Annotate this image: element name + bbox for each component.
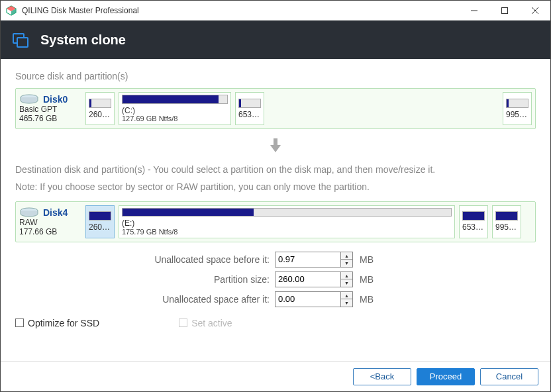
destination-disk-info: Disk4 RAW 177.66 GB [19, 205, 81, 238]
destination-partition[interactable]: (E:) 175.79 GB Ntfs/8 [119, 205, 455, 238]
hard-drive-icon [19, 207, 39, 219]
app-logo-icon [6, 5, 17, 16]
source-partition[interactable]: (C:) 127.69 GB Ntfs/8 [119, 92, 231, 125]
spin-up-icon[interactable]: ▲ [341, 272, 352, 280]
checkbox-icon [15, 318, 24, 327]
source-partition[interactable]: 995… [503, 92, 532, 125]
spin-up-icon[interactable]: ▲ [341, 252, 352, 260]
unit-label: MB [360, 254, 374, 265]
destination-disk-map: Disk4 RAW 177.66 GB 260… (E:) 175.79 GB … [15, 201, 536, 242]
titlebar: QILING Disk Master Professional [1, 1, 550, 21]
back-button[interactable]: <Back [353, 368, 411, 385]
destination-disk-size: 177.66 GB [19, 227, 81, 236]
source-disk-name: Disk0 [43, 94, 81, 105]
destination-note: Note: If you choose sector by sector or … [15, 179, 536, 194]
footer-buttons: <Back Proceed Cancel [1, 361, 550, 391]
space-after-label: Unallocated space after it: [15, 294, 275, 305]
space-before-label: Unallocated space before it: [15, 254, 275, 265]
resize-form: Unallocated space before it: ▲ ▼ MB Part… [15, 252, 536, 307]
destination-partition[interactable]: 653… [459, 205, 488, 238]
svg-rect-8 [17, 38, 28, 47]
minimize-button[interactable] [459, 1, 489, 21]
destination-partition[interactable]: 260… [85, 205, 115, 238]
partition-size-input[interactable] [275, 271, 341, 287]
optimize-ssd-checkbox[interactable]: Optimize for SSD [15, 318, 99, 328]
content-area: Source disk and partition(s) Disk0 Basic… [1, 59, 550, 328]
partition-size-spinner[interactable]: ▲ ▼ [341, 271, 353, 287]
destination-disk-type: RAW [19, 218, 81, 227]
space-after-spinner[interactable]: ▲ ▼ [341, 291, 353, 307]
page-title: System clone [40, 32, 126, 48]
source-partition[interactable]: 260… [85, 92, 115, 125]
space-before-input[interactable] [275, 252, 341, 268]
destination-disk-name: Disk4 [43, 207, 81, 218]
hard-drive-icon [19, 93, 39, 105]
close-button[interactable] [520, 1, 550, 21]
space-after-input[interactable] [275, 291, 341, 307]
source-disk-size: 465.76 GB [19, 114, 81, 123]
page-header: System clone [1, 21, 550, 59]
window-title: QILING Disk Master Professional [22, 6, 459, 15]
space-before-spinner[interactable]: ▲ ▼ [341, 252, 353, 268]
cancel-button[interactable]: Cancel [480, 368, 538, 385]
spin-up-icon[interactable]: ▲ [341, 292, 352, 300]
svg-rect-4 [502, 7, 508, 13]
app-window: QILING Disk Master Professional System c… [0, 0, 551, 392]
partition-size-label: Partition size: [15, 274, 275, 285]
checkbox-icon [179, 318, 187, 327]
destination-section-label: Destination disk and partition(s) - You … [15, 162, 536, 177]
system-clone-icon [11, 30, 30, 49]
source-disk-type: Basic GPT [19, 105, 81, 114]
proceed-button[interactable]: Proceed [417, 368, 475, 385]
set-active-checkbox: Set active [179, 318, 232, 328]
destination-partition[interactable]: 995… [492, 205, 521, 238]
maximize-button[interactable] [489, 1, 520, 21]
unit-label: MB [360, 274, 374, 285]
unit-label: MB [360, 294, 374, 305]
source-disk-info: Disk0 Basic GPT 465.76 GB [19, 92, 81, 125]
spin-down-icon[interactable]: ▼ [341, 279, 352, 287]
spin-down-icon[interactable]: ▼ [341, 260, 352, 267]
source-section-label: Source disk and partition(s) [15, 71, 536, 81]
source-partition[interactable]: 653… [235, 92, 264, 125]
spin-down-icon[interactable]: ▼ [341, 299, 352, 307]
arrow-down-icon [15, 138, 536, 153]
source-disk-map: Disk0 Basic GPT 465.76 GB 260… (C:) 127.… [15, 88, 536, 129]
